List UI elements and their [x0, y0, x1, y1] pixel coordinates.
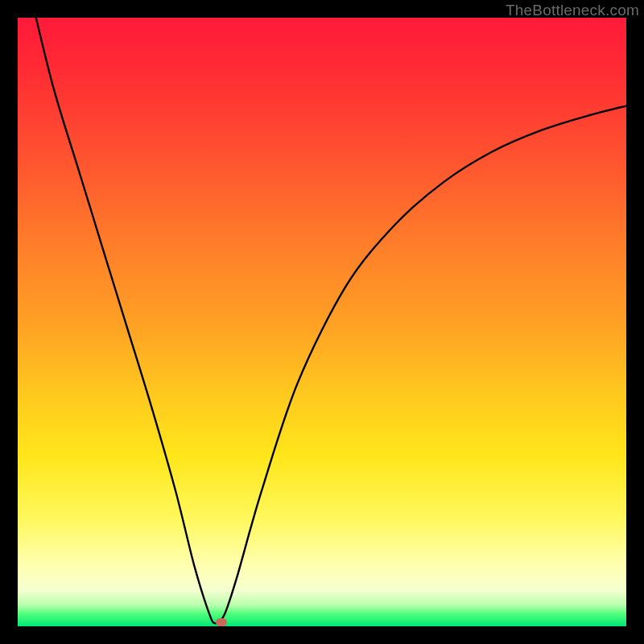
- watermark-text: TheBottleneck.com: [506, 2, 639, 19]
- chart-frame: TheBottleneck.com: [0, 0, 644, 644]
- optimal-point-marker: [216, 618, 227, 626]
- chart-plot-area: [18, 18, 626, 626]
- bottleneck-curve: [18, 18, 626, 626]
